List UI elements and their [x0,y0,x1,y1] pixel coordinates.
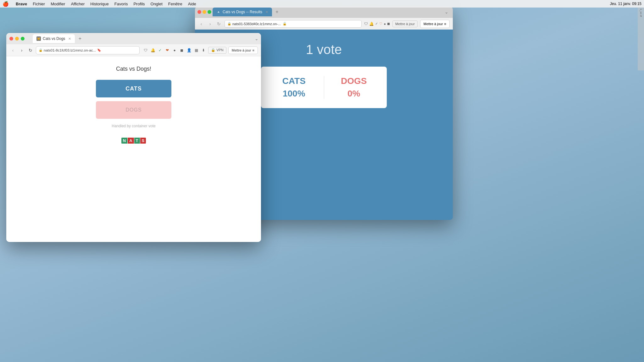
sidebar-icon[interactable]: ▦ [193,47,199,53]
front-refresh-button[interactable]: ↻ [27,48,34,53]
update-button[interactable]: Mettre à jour ≡ [420,20,450,28]
menu-fichier[interactable]: Fichier [33,2,45,6]
refresh-button[interactable]: ↻ [216,21,222,27]
page-content: Cats vs Dogs! CATS DOGS Handled by conta… [6,56,261,242]
front-maximize-button[interactable] [21,37,25,41]
shield-ext-icon[interactable]: 🛡 [143,47,148,53]
tab-title: Cats vs Dogs -- Results [223,10,262,14]
front-url-text: nats01-8c1fcf03.lz1mmz.on-ac... [44,48,96,52]
front-tab-active[interactable]: 🐱 Cats vs Dogs ✕ [33,34,75,43]
ext-dot-icon[interactable]: ● [172,47,177,53]
ext-check-icon[interactable]: ✓ [157,47,163,53]
nats-a: A [128,138,134,144]
menu-fenetre[interactable]: Fenêtre [168,2,182,6]
front-minimize-button[interactable] [15,37,19,41]
update-label: Mettre à jour [424,22,443,26]
front-toolbar: ‹ › ↻ 🔒 nats01-8c1fcf03.lz1mmz.on-ac... … [6,44,261,56]
brave-shield-icon[interactable]: 🔔 [150,47,156,53]
result-divider [324,76,324,99]
dogs-result: DOGS 0% [330,76,378,99]
download-icon[interactable]: ⬇ [201,47,206,53]
extension-icon-3[interactable]: ● [384,22,386,26]
front-tab-close[interactable]: ✕ [68,37,71,41]
extension-icon-1[interactable]: ✓ [375,22,378,26]
front-url-bar[interactable]: 🔒 nats01-8c1fcf03.lz1mmz.on-ac... 🔖 [36,46,140,54]
front-update-label: Mettre à jour [232,48,251,52]
forward-button[interactable]: › [207,21,213,27]
menu-aide[interactable]: Aide [188,2,196,6]
extension-icon-2[interactable]: ♡ [379,22,382,26]
url-bar[interactable]: 🔒 nats01-5383d40c.lz1mmz.on-... 🔓 [225,20,362,28]
tab-area: 🐱 Cats vs Dogs ✕ + [33,34,84,43]
toolbar-extensions: 🛡 🔔 ✓ ❤ ● ◼ 👤 ▦ ⬇ [143,47,206,53]
cats-result: CATS 100% [270,76,318,99]
nats-logo: N A T S [121,138,146,144]
front-back-button[interactable]: ‹ [9,48,16,53]
nats-s: S [140,138,146,144]
front-close-button[interactable] [9,37,13,41]
menu-afficher[interactable]: Afficher [71,2,85,6]
bookmark-icon[interactable]: 🔖 [97,48,101,52]
edge-label: k_se [640,9,642,14]
edge-label-2: df [640,15,642,17]
lock-icon: 🔒 [39,48,42,52]
page-title: Cats vs Dogs! [116,66,151,72]
tab-close-icon[interactable]: ✕ [265,10,268,14]
clock: Jeu. 11 janv. 09:15 [610,2,641,6]
window-collapse-icon[interactable]: ⌄ [445,9,450,14]
nats-n: N [121,138,127,144]
ext-heart-icon[interactable]: ❤ [164,47,170,53]
apple-menu-icon[interactable]: 🍎 [3,1,9,7]
dogs-vote-button[interactable]: DOGS [96,101,171,119]
front-tab-title: Cats vs Dogs [43,36,65,41]
front-new-tab[interactable]: + [76,35,84,42]
back-button[interactable]: ‹ [198,21,204,27]
dogs-percentage: 0% [330,89,378,99]
url-text: nats01-5383d40c.lz1mmz.on-... [232,22,281,26]
extension-icon-4[interactable]: ◼ [387,22,390,26]
cats-label: CATS [270,76,318,86]
cats-vote-button[interactable]: CATS [96,80,171,97]
shield-icon[interactable]: 🛡 [364,22,368,26]
menu-modifier[interactable]: Modifier [51,2,65,6]
cats-percentage: 100% [270,89,318,99]
right-edge-panel: k_se df [638,8,644,70]
handled-by-text: Handled by container vote [112,124,155,128]
dogs-label: DOGS [330,76,378,86]
front-vpn-badge[interactable]: 🔒 VPN [208,47,226,54]
tab-favicon: A [216,10,221,14]
menu-historique[interactable]: Historique [90,2,109,6]
update-menu-icon: ≡ [444,22,446,26]
front-favicon: 🐱 [36,36,41,41]
front-update-menu-icon: ≡ [253,48,254,52]
ext-person-icon[interactable]: 👤 [186,47,192,53]
results-toolbar: ‹ › ↻ 🔒 nats01-5383d40c.lz1mmz.on-... 🔓 … [195,18,453,30]
menubar: 🍎 Brave Fichier Modifier Afficher Histor… [0,0,644,8]
app-name[interactable]: Brave [16,2,27,6]
ext-grid-icon[interactable]: ◼ [179,47,185,53]
tab-results[interactable]: A Cats vs Dogs -- Results ✕ [213,8,272,16]
front-update-button[interactable]: Mettre à jour ≡ [228,47,258,54]
results-card: CATS 100% DOGS 0% [261,67,387,108]
front-titlebar: 🐱 Cats vs Dogs ✕ + ⌄ [6,33,261,44]
notification-icon[interactable]: 🔔 [369,22,374,26]
menu-profils[interactable]: Profils [133,2,145,6]
window-close-button[interactable] [197,10,201,14]
window-chevron-icon[interactable]: ⌄ [255,36,258,41]
menu-onglet[interactable]: Onglet [151,2,163,6]
front-forward-button[interactable]: › [18,48,25,53]
nats-t: T [134,138,140,144]
window-maximize-button[interactable] [208,10,211,14]
window-minimize-button[interactable] [203,10,206,14]
vpn-badge[interactable]: Mettre à jour [392,20,418,27]
results-tab-bar: A Cats vs Dogs -- Results ✕ + ⌄ [195,6,453,18]
menu-favoris[interactable]: Favoris [114,2,128,6]
new-tab-button[interactable]: + [273,8,281,16]
browser-front-window: 🐱 Cats vs Dogs ✕ + ⌄ ‹ › ↻ 🔒 nats01-8c1f… [6,33,261,242]
